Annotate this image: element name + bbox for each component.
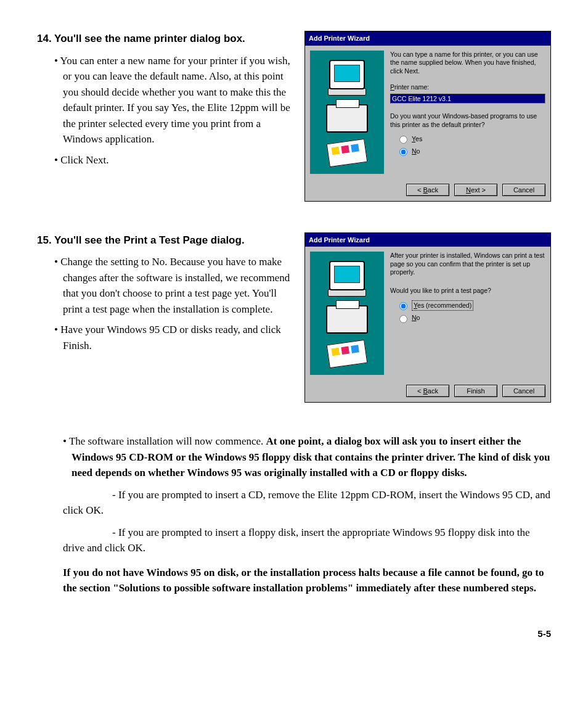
install-bullet: The software installation will now comme… [63,433,551,481]
finish-button-d2[interactable]: Finish [454,385,497,397]
step-15-heading: 15. You'll see the Print a Test Page dia… [37,232,292,248]
dash-cd: - If you are prompted to insert a CD, re… [63,487,551,519]
back-button-d1[interactable]: < Back [406,184,449,196]
radio-no-d1[interactable]: No [396,146,545,156]
paper-icon [327,138,368,166]
dialog2-instructions: After your printer is installed, Windows… [390,252,545,277]
dialog-name-printer: Add Printer Wizard You can type a name f… [304,31,551,202]
monitor-icon [329,60,365,89]
radio-yes-d2[interactable]: Yes (recommended) [396,300,545,311]
cancel-button-d1[interactable]: Cancel [502,184,545,196]
monitor-icon [329,261,365,290]
back-button-d2[interactable]: < Back [406,385,449,397]
step-14-bullet-2: Click Next. [54,152,292,168]
step-14-heading: 14. You'll see the name printer dialog b… [37,31,292,47]
printer-icon [326,305,368,334]
wizard-sidebar-image-2 [310,252,384,375]
paper-icon [327,340,368,368]
step-15-bullet-2: Have your Windows 95 CD or disks ready, … [54,322,292,353]
no-disk-warning: If you do not have Windows 95 on disk, o… [63,565,551,596]
wizard-sidebar-image [310,51,384,174]
step-14-bullet-1: You can enter a new name for your printe… [54,53,292,147]
radio-yes-d1[interactable]: Yes [396,134,545,144]
step-15-bullet-1: Change the setting to No. Because you ha… [54,254,292,317]
printer-name-input[interactable] [390,94,545,104]
cancel-button-d2[interactable]: Cancel [502,385,545,397]
dialog1-titlebar: Add Printer Wizard [305,31,550,46]
dialog2-question: Would you like to print a test page? [390,287,545,295]
page-number: 5-5 [37,627,551,641]
dialog1-question: Do you want your Windows-based programs … [390,112,545,129]
printer-name-label: Printer name: [390,83,545,92]
dash-floppy: - If you are prompted to insert a floppy… [63,525,551,556]
dialog1-instructions: You can type a name for this printer, or… [390,51,545,76]
dialog-test-page: Add Printer Wizard After your printer is… [304,232,551,403]
dialog2-titlebar: Add Printer Wizard [305,233,550,247]
radio-no-d2[interactable]: No [396,313,545,323]
next-button-d1[interactable]: Next > [454,184,497,196]
printer-icon [326,104,368,133]
